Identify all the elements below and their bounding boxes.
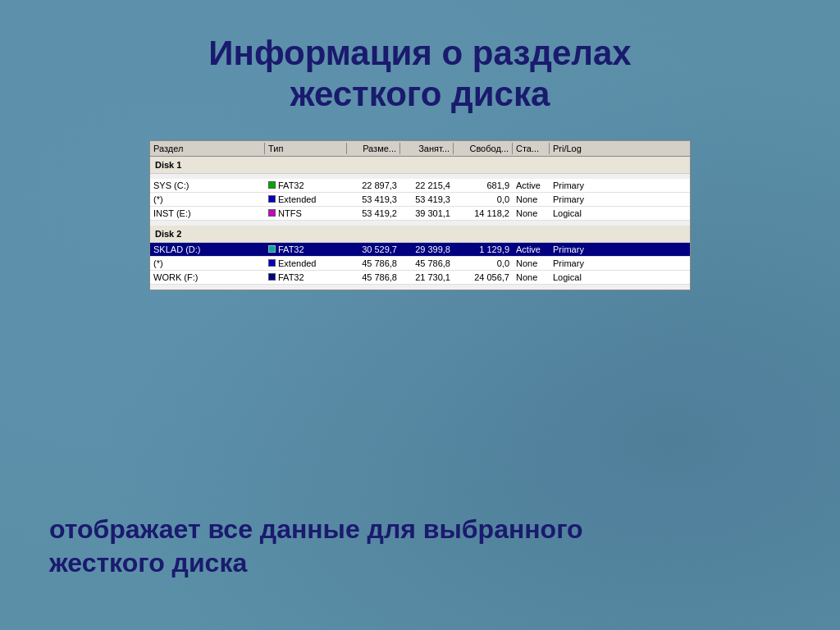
cell-zanyat: 21 730,1	[400, 272, 454, 283]
cell-zanyat: 22 215,4	[400, 180, 454, 191]
col-header-status: Ста...	[513, 143, 550, 154]
table-row[interactable]: SYS (C:) FAT32 22 897,3 22 215,4 681,9 A…	[150, 179, 690, 193]
cell-zanyat: 53 419,3	[400, 194, 454, 205]
cell-razmer: 45 786,8	[347, 258, 400, 269]
cell-razmer: 22 897,3	[347, 180, 400, 191]
type-color-box	[268, 209, 276, 217]
cell-tip: NTFS	[265, 208, 347, 219]
cell-razmer: 30 529,7	[347, 244, 400, 255]
table-row[interactable]: SKLAD (D:) FAT32 30 529,7 29 399,8 1 129…	[150, 243, 690, 257]
cell-tip: FAT32	[265, 244, 347, 255]
cell-razmer: 53 419,3	[347, 194, 400, 205]
cell-status: None	[513, 272, 550, 283]
cell-prilog: Primary	[550, 258, 603, 269]
col-header-svobodn: Свобод...	[454, 143, 513, 154]
col-header-zanyat: Занят...	[400, 143, 454, 154]
cell-prilog: Primary	[550, 194, 603, 205]
cell-prilog: Logical	[550, 272, 603, 283]
cell-razmer: 45 786,8	[347, 272, 400, 283]
bottom-text: отображает все данные для выбранного жес…	[49, 513, 791, 581]
cell-svobodn: 24 056,7	[454, 272, 513, 283]
cell-status: None	[513, 194, 550, 205]
cell-status: None	[513, 258, 550, 269]
cell-razmer: 53 419,2	[347, 208, 400, 219]
table-header-row: Раздел Тип Разме... Занят... Свобод... С…	[150, 141, 690, 157]
page-title: Информация о разделах жесткого диска	[0, 0, 840, 132]
cell-razdel: (*)	[150, 258, 265, 269]
cell-svobodn: 14 118,2	[454, 208, 513, 219]
cell-zanyat: 29 399,8	[400, 244, 454, 255]
spacer	[150, 285, 690, 290]
col-header-prilog: Pri/Log	[550, 143, 603, 154]
cell-tip: Extended	[265, 194, 347, 205]
cell-status: Active	[513, 244, 550, 255]
cell-tip: FAT32	[265, 272, 347, 283]
partition-table: Раздел Тип Разме... Занят... Свобод... С…	[149, 140, 691, 290]
cell-prilog: Logical	[550, 208, 603, 219]
disk1-header: Disk 1	[150, 157, 690, 174]
type-color-box	[268, 273, 276, 281]
cell-svobodn: 1 129,9	[454, 244, 513, 255]
cell-razdel: INST (E:)	[150, 208, 265, 219]
cell-status: None	[513, 208, 550, 219]
cell-status: Active	[513, 180, 550, 191]
table-row[interactable]: INST (E:) NTFS 53 419,2 39 301,1 14 118,…	[150, 207, 690, 221]
cell-zanyat: 39 301,1	[400, 208, 454, 219]
cell-svobodn: 0,0	[454, 258, 513, 269]
table-row[interactable]: WORK (F:) FAT32 45 786,8 21 730,1 24 056…	[150, 271, 690, 285]
cell-razdel: WORK (F:)	[150, 272, 265, 283]
cell-razdel: SYS (C:)	[150, 180, 265, 191]
col-header-razmer: Разме...	[347, 143, 400, 154]
table-row[interactable]: (*) Extended 45 786,8 45 786,8 0,0 None …	[150, 257, 690, 271]
cell-zanyat: 45 786,8	[400, 258, 454, 269]
col-header-tip: Тип	[265, 143, 347, 154]
type-color-box	[268, 195, 276, 203]
cell-razdel: (*)	[150, 194, 265, 205]
cell-prilog: Primary	[550, 180, 603, 191]
disk2-header: Disk 2	[150, 226, 690, 243]
cell-razdel: SKLAD (D:)	[150, 244, 265, 255]
cell-tip: Extended	[265, 258, 347, 269]
cell-svobodn: 0,0	[454, 194, 513, 205]
type-color-box	[268, 181, 276, 189]
type-color-box	[268, 245, 276, 253]
cell-svobodn: 681,9	[454, 180, 513, 191]
table-row[interactable]: (*) Extended 53 419,3 53 419,3 0,0 None …	[150, 193, 690, 207]
type-color-box	[268, 259, 276, 267]
col-header-razdel: Раздел	[150, 143, 265, 154]
cell-tip: FAT32	[265, 180, 347, 191]
cell-prilog: Primary	[550, 244, 603, 255]
